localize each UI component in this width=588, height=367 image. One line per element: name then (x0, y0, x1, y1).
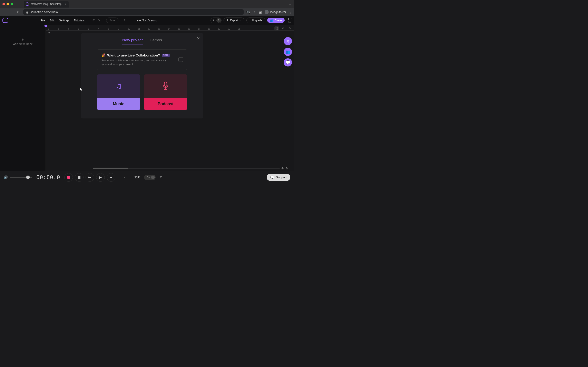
fast-forward-button[interactable]: ⏭ (107, 173, 115, 182)
tab-favicon (26, 2, 29, 6)
toggle-knob (151, 175, 155, 179)
playhead[interactable] (46, 25, 46, 171)
ruler-mark[interactable]: 12 (147, 25, 157, 30)
upgrade-button[interactable]: ↑ Upgrade (246, 17, 265, 23)
share-button[interactable]: 👥 Share (267, 18, 285, 23)
rewind-button[interactable]: ⏮ (86, 173, 94, 182)
ruler-controls: 🎧 ⚙ ↻ (272, 25, 294, 32)
record-button[interactable] (64, 173, 73, 182)
bpm-display[interactable]: 120 (134, 175, 140, 179)
tab-overflow-icon[interactable]: ⌄ (288, 2, 294, 6)
track-panel: + Add New Track (0, 25, 46, 171)
ruler-mark[interactable]: 3 (57, 25, 67, 30)
forward-button[interactable]: → (9, 10, 14, 14)
exit-icon (288, 17, 292, 21)
ruler-mark[interactable]: 20 (227, 25, 237, 30)
theme-toggle[interactable]: ☀ ☾ (210, 17, 222, 23)
sun-icon: ☀ (211, 18, 216, 23)
chat-bubble[interactable]: 💬 (284, 58, 292, 67)
ruler-mark[interactable]: 18 (207, 25, 217, 30)
menu-file[interactable]: File (40, 19, 45, 22)
ruler-mark[interactable]: 7 (97, 25, 107, 30)
ruler-mark[interactable]: 5 (77, 25, 87, 30)
soundtrap-logo[interactable] (2, 18, 8, 23)
main-menu: File Edit Settings Tutorials (40, 19, 85, 22)
beta-badge: BETA (162, 54, 169, 57)
close-icon[interactable]: ✕ (197, 36, 200, 41)
export-button[interactable]: ⬇ Export ⌄ (224, 17, 244, 23)
url-field[interactable]: soundtrap.com/studio/ (23, 9, 244, 15)
menu-tutorials[interactable]: Tutorials (74, 19, 85, 22)
loop-icon[interactable]: ⟳ (48, 31, 51, 35)
workspace: + Add New Track 234567891011121314151617… (0, 25, 294, 171)
refresh-icon[interactable]: ↻ (287, 26, 292, 31)
ruler-mark[interactable]: 11 (137, 25, 147, 30)
key-signature[interactable]: - (124, 175, 125, 179)
zoom-out-icon[interactable]: ⊖ (285, 167, 288, 170)
minimize-window-button[interactable] (7, 3, 9, 5)
play-button[interactable]: ▶ (96, 173, 105, 182)
hscroll-thumb[interactable] (93, 167, 128, 169)
undo-icon[interactable]: ↶ (92, 18, 95, 22)
ruler-mark[interactable]: 19 (217, 25, 227, 30)
ruler-mark[interactable]: 13 (157, 25, 167, 30)
support-button[interactable]: 💬 Support (267, 174, 290, 181)
incognito-badge[interactable]: 👓 Incognito (2) (265, 10, 286, 14)
ruler-mark[interactable]: 8 (107, 25, 117, 30)
project-title[interactable]: efec5ccc's song (137, 19, 157, 22)
collaborators-bubble[interactable]: 👥 (284, 48, 292, 56)
timecode-display[interactable]: 00:00.0 (36, 174, 60, 180)
add-track-button[interactable]: + Add New Track (0, 37, 45, 46)
ruler-mark[interactable]: 16 (187, 25, 197, 30)
tab-demos[interactable]: Demos (150, 38, 162, 44)
collab-checkbox[interactable] (178, 57, 183, 62)
ruler-mark[interactable]: 17 (197, 25, 207, 30)
maximize-window-button[interactable] (11, 3, 13, 5)
right-sidebar-bubbles: ♫ 👥 💬 (284, 37, 292, 67)
headphones-icon[interactable]: 🎧 (274, 26, 279, 31)
sync-icon[interactable]: ↻ (124, 18, 126, 22)
ruler-mark[interactable]: 10 (127, 25, 137, 30)
speaker-icon[interactable]: 🔊 (4, 175, 8, 179)
toggle-label: On (147, 176, 150, 179)
close-window-button[interactable] (2, 3, 5, 5)
browser-tab[interactable]: efec5ccc's song - Soundtrap × (24, 1, 69, 8)
ruler-mark[interactable]: 6 (87, 25, 97, 30)
timeline-ruler[interactable]: 23456789101112131415161718192021 (46, 25, 294, 31)
redo-icon[interactable]: ↷ (97, 18, 100, 22)
save-button[interactable]: Save (106, 17, 118, 23)
transport-settings-icon[interactable]: ⚙ (160, 175, 163, 179)
new-tab-button[interactable]: + (71, 2, 73, 6)
volume-slider[interactable] (10, 177, 32, 178)
stop-button[interactable] (75, 173, 84, 182)
menu-settings[interactable]: Settings (59, 19, 69, 22)
ruler-mark[interactable]: 2 (47, 25, 57, 30)
metronome-toggle[interactable]: On (144, 175, 156, 180)
zoom-in-icon[interactable]: ⊕ (281, 167, 284, 170)
close-tab-icon[interactable]: × (65, 2, 67, 6)
music-card-label: Music (97, 98, 140, 110)
svg-rect-0 (164, 82, 167, 86)
hscroll-track[interactable] (93, 167, 280, 169)
tab-new-project[interactable]: New project (122, 38, 143, 44)
menu-edit[interactable]: Edit (50, 19, 54, 22)
microphone-icon (144, 75, 187, 98)
panel-icon[interactable]: ▣ (259, 10, 262, 14)
ruler-mark[interactable]: 14 (167, 25, 177, 30)
music-project-card[interactable]: ♫ Music (97, 75, 140, 110)
browser-menu-icon[interactable]: ⋮ (289, 10, 292, 14)
music-note-bubble[interactable]: ♫ (284, 37, 292, 45)
reload-button[interactable]: ⟳ (16, 10, 21, 14)
ruler-mark[interactable]: 21 (237, 25, 247, 30)
ruler-mark[interactable]: 9 (117, 25, 127, 30)
exit-button[interactable]: Exit (288, 17, 292, 23)
volume-thumb[interactable] (26, 175, 30, 179)
ruler-mark[interactable]: 15 (177, 25, 187, 30)
upgrade-label: Upgrade (252, 19, 262, 22)
eye-off-icon[interactable]: 👁‍🗨 (246, 10, 250, 14)
back-button[interactable]: ← (2, 10, 7, 14)
gear-icon[interactable]: ⚙ (281, 26, 286, 31)
podcast-project-card[interactable]: Podcast (144, 75, 187, 110)
ruler-mark[interactable]: 4 (67, 25, 77, 30)
bookmark-icon[interactable]: ☆ (253, 10, 256, 14)
